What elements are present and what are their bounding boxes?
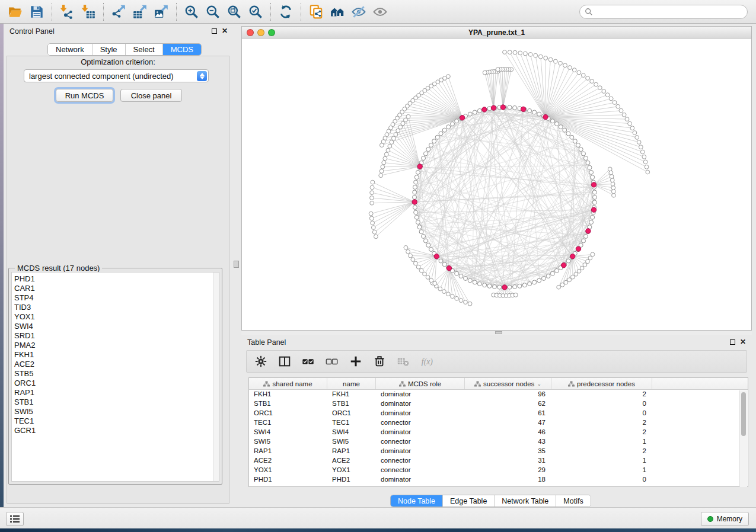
mcds-hub-node[interactable] <box>460 116 464 120</box>
open-session-button[interactable] <box>5 2 26 21</box>
export-table-button[interactable] <box>129 2 151 21</box>
mcds-hub-node[interactable] <box>591 182 596 187</box>
tab-style[interactable]: Style <box>92 44 125 55</box>
hide-selected-button[interactable] <box>348 2 369 21</box>
mcds-node-item[interactable]: TEC1 <box>14 416 219 426</box>
column-header-shared-name[interactable]: shared name <box>249 378 327 389</box>
table-scrollbar[interactable] <box>739 390 747 487</box>
criterion-dropdown[interactable]: largest connected component (undirected) <box>24 69 209 82</box>
horizontal-splitter[interactable] <box>241 331 752 335</box>
cell-shared_name[interactable]: SWI4 <box>249 428 327 437</box>
column-header-name[interactable]: name <box>327 378 376 389</box>
cell-name[interactable]: TEC1 <box>327 418 376 428</box>
table-row[interactable]: RAP1RAP1dominator352 <box>249 447 748 456</box>
mcds-hub-node[interactable] <box>543 114 548 119</box>
tab-edge-table[interactable]: Edge Table <box>442 495 494 507</box>
splitter-handle[interactable] <box>234 261 239 268</box>
column-header-predecessor-nodes[interactable]: predecessor nodes <box>551 378 652 389</box>
cell-shared_name[interactable]: FKH1 <box>249 390 327 399</box>
search-field[interactable] <box>593 8 747 16</box>
cell-mcds_role[interactable]: connector <box>376 466 465 475</box>
cell-successor_nodes[interactable]: 43 <box>465 437 551 447</box>
mcds-hub-node[interactable] <box>576 246 580 251</box>
mcds-node-item[interactable]: SRD1 <box>14 331 219 341</box>
import-network-button[interactable] <box>56 2 78 21</box>
cell-mcds_role[interactable]: dominator <box>376 390 465 399</box>
import-table-button[interactable] <box>78 2 99 21</box>
deselect-all-button[interactable] <box>325 354 339 368</box>
cell-name[interactable]: PHD1 <box>327 475 376 485</box>
node-table[interactable]: shared namenameMCDS rolesuccessor nodes⌄… <box>248 377 748 487</box>
cell-predecessor_nodes[interactable]: 1 <box>551 437 652 447</box>
cell-shared_name[interactable]: RAP1 <box>249 447 327 456</box>
cell-predecessor_nodes[interactable]: 0 <box>551 475 652 485</box>
cell-successor_nodes[interactable]: 29 <box>465 466 551 475</box>
table-row[interactable]: PHD1PHD1dominator180 <box>249 475 748 485</box>
tab-motifs[interactable]: Motifs <box>556 495 590 507</box>
mcds-result-list[interactable]: PHD1CAR1STP4TID3YOX1SWI4SRD1PMA2FKH1ACE2… <box>11 272 219 482</box>
delete-column-button[interactable] <box>372 354 387 368</box>
cell-name[interactable]: SWI5 <box>327 437 376 447</box>
mcds-node-item[interactable]: YOX1 <box>14 312 219 322</box>
column-layout-button[interactable] <box>277 354 292 368</box>
mcds-node-item[interactable]: GCR1 <box>14 426 219 435</box>
cell-shared_name[interactable]: PHD1 <box>249 475 327 485</box>
vertical-splitter[interactable] <box>232 24 241 507</box>
cell-mcds_role[interactable]: connector <box>376 437 465 447</box>
cell-predecessor_nodes[interactable]: 2 <box>551 447 652 456</box>
cell-shared_name[interactable]: ORC1 <box>249 409 327 418</box>
table-row[interactable]: ORC1ORC1dominator610 <box>249 409 748 418</box>
cell-predecessor_nodes[interactable]: 0 <box>551 409 652 418</box>
table-row[interactable]: SWI4SWI4dominator462 <box>249 428 748 437</box>
zoom-out-button[interactable] <box>202 2 224 21</box>
cell-mcds_role[interactable]: dominator <box>376 409 465 418</box>
first-neighbors-button[interactable] <box>327 2 348 21</box>
close-panel-button[interactable]: Close panel <box>120 89 182 102</box>
network-window-titlebar[interactable]: YPA_prune.txt_1 <box>242 27 751 39</box>
result-list-scrollbar[interactable] <box>213 273 219 481</box>
mcds-node-item[interactable]: ACE2 <box>14 360 219 369</box>
mcds-node-item[interactable]: STB1 <box>14 398 219 407</box>
close-panel-icon[interactable]: ✕ <box>740 338 746 346</box>
table-row[interactable]: FKH1FKH1dominator962 <box>249 390 748 399</box>
cell-mcds_role[interactable]: dominator <box>376 399 465 409</box>
show-all-button[interactable] <box>369 2 391 21</box>
mcds-node-item[interactable]: STP4 <box>14 293 219 303</box>
cell-successor_nodes[interactable]: 47 <box>465 418 551 428</box>
search-input[interactable] <box>579 5 748 19</box>
cell-mcds_role[interactable]: dominator <box>376 447 465 456</box>
cell-successor_nodes[interactable]: 18 <box>465 475 551 485</box>
scrollbar-thumb[interactable] <box>741 392 746 436</box>
cell-shared_name[interactable]: TEC1 <box>249 418 327 428</box>
mcds-hub-node[interactable] <box>562 263 566 268</box>
table-row[interactable]: SWI5SWI5connector431 <box>249 437 748 447</box>
mcds-node-item[interactable]: FKH1 <box>14 350 219 360</box>
export-network-button[interactable] <box>108 2 129 21</box>
cell-predecessor_nodes[interactable]: 2 <box>551 418 652 428</box>
mcds-node-item[interactable]: STB5 <box>14 369 219 379</box>
mcds-node-item[interactable]: SWI4 <box>14 322 219 331</box>
mcds-hub-node[interactable] <box>417 164 422 169</box>
table-row[interactable]: TEC1TEC1connector472 <box>249 418 748 428</box>
cell-shared_name[interactable]: STB1 <box>249 399 327 409</box>
column-header-MCDS-role[interactable]: MCDS role <box>376 378 465 389</box>
memory-button[interactable]: Memory <box>701 512 749 526</box>
table-row[interactable]: STB1STB1dominator620 <box>249 399 748 409</box>
cell-successor_nodes[interactable]: 46 <box>465 428 551 437</box>
run-mcds-button[interactable]: Run MCDS <box>56 89 113 102</box>
cell-predecessor_nodes[interactable]: 1 <box>551 466 652 475</box>
cell-successor_nodes[interactable]: 31 <box>465 456 551 466</box>
mcds-hub-node[interactable] <box>591 207 596 212</box>
table-row[interactable]: ACE2ACE2connector311 <box>249 456 748 466</box>
refresh-button[interactable] <box>275 2 296 21</box>
cell-successor_nodes[interactable]: 62 <box>465 399 551 409</box>
task-history-button[interactable] <box>6 512 24 526</box>
zoom-fit-button[interactable] <box>224 2 245 21</box>
cell-name[interactable]: ACE2 <box>327 456 376 466</box>
mcds-hub-node[interactable] <box>502 285 507 290</box>
cell-mcds_role[interactable]: connector <box>376 456 465 466</box>
mcds-hub-node[interactable] <box>586 229 591 233</box>
add-column-button[interactable] <box>349 354 363 368</box>
cell-name[interactable]: ORC1 <box>327 409 376 418</box>
mcds-node-item[interactable]: PMA2 <box>14 341 219 350</box>
